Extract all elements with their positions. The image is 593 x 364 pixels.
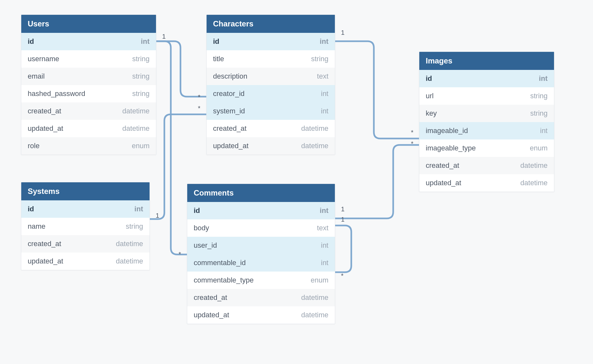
- column-type: enum: [530, 144, 548, 152]
- column-name: name: [28, 222, 45, 231]
- column-type: int: [320, 206, 328, 215]
- column-name: id: [194, 206, 200, 215]
- column-name: email: [28, 72, 45, 81]
- cardinality-label: *: [198, 105, 200, 112]
- column-type: datetime: [301, 124, 328, 133]
- column-type: int: [321, 259, 328, 267]
- column-row: imageable_type enum: [419, 139, 554, 157]
- column-type: datetime: [122, 107, 150, 115]
- column-type: datetime: [520, 161, 548, 170]
- column-row: title string: [207, 50, 335, 68]
- cardinality-label: *: [411, 140, 413, 148]
- column-name: created_at: [426, 161, 459, 170]
- column-row: role enum: [21, 137, 156, 155]
- column-row: url string: [419, 87, 554, 105]
- table-header: Users: [21, 15, 156, 33]
- column-row: created_at datetime: [21, 102, 156, 120]
- column-row: updated_at datetime: [419, 174, 554, 192]
- column-row: hashed_password string: [21, 85, 156, 102]
- column-type: text: [317, 72, 328, 81]
- column-row: creator_id int: [207, 85, 335, 102]
- table-characters[interactable]: Characters id int title string descripti…: [206, 14, 335, 155]
- column-row: created_at datetime: [187, 289, 335, 306]
- column-row: id int: [419, 70, 554, 87]
- column-row: commentable_type enum: [187, 272, 335, 289]
- column-type: enum: [132, 142, 150, 150]
- column-row: email string: [21, 68, 156, 85]
- column-type: int: [321, 90, 328, 98]
- column-row: imageable_id int: [419, 122, 554, 139]
- column-name: body: [194, 224, 209, 232]
- column-type: string: [530, 92, 548, 100]
- table-header: Images: [419, 52, 554, 70]
- column-name: id: [213, 37, 219, 46]
- column-row: key string: [419, 105, 554, 122]
- column-type: datetime: [301, 142, 328, 150]
- column-type: int: [321, 241, 328, 250]
- column-row: updated_at datetime: [207, 137, 335, 155]
- column-name: description: [213, 72, 247, 81]
- column-name: imageable_id: [426, 127, 468, 135]
- table-comments[interactable]: Comments id int body text user_id int co…: [187, 184, 335, 324]
- column-row: created_at datetime: [21, 235, 150, 253]
- cardinality-label: 1: [341, 29, 345, 36]
- cardinality-label: 1: [162, 33, 166, 40]
- column-type: int: [141, 37, 150, 46]
- table-header: Comments: [187, 184, 335, 202]
- column-name: imageable_type: [426, 144, 476, 152]
- column-type: datetime: [116, 240, 143, 248]
- column-name: updated_at: [28, 124, 63, 133]
- column-name: commentable_type: [194, 276, 254, 284]
- column-name: user_id: [194, 241, 217, 250]
- cardinality-label: *: [179, 251, 181, 258]
- cardinality-label: *: [198, 93, 200, 101]
- column-name: id: [426, 74, 432, 83]
- column-name: updated_at: [28, 257, 63, 265]
- column-type: string: [126, 222, 143, 231]
- column-type: enum: [311, 276, 328, 284]
- column-type: datetime: [301, 293, 328, 302]
- column-name: created_at: [213, 124, 247, 133]
- column-type: string: [132, 90, 150, 98]
- erd-canvas: Users id int username string email strin…: [0, 0, 593, 364]
- column-type: datetime: [520, 179, 548, 187]
- column-name: role: [28, 142, 40, 150]
- column-row: user_id int: [187, 237, 335, 254]
- table-header: Systems: [21, 182, 150, 200]
- column-row: body text: [187, 219, 335, 237]
- column-name: updated_at: [426, 179, 461, 187]
- column-type: text: [317, 224, 328, 232]
- table-users[interactable]: Users id int username string email strin…: [21, 14, 156, 155]
- column-type: string: [132, 72, 150, 81]
- cardinality-label: 1: [341, 206, 345, 213]
- column-row: updated_at datetime: [21, 120, 156, 137]
- column-type: string: [132, 55, 150, 63]
- column-type: datetime: [301, 311, 328, 319]
- column-name: updated_at: [194, 311, 229, 319]
- column-row: system_id int: [207, 102, 335, 120]
- table-systems[interactable]: Systems id int name string created_at da…: [21, 182, 150, 270]
- table-images[interactable]: Images id int url string key string imag…: [419, 52, 554, 192]
- column-name: id: [28, 205, 34, 213]
- column-type: string: [530, 109, 548, 118]
- column-name: updated_at: [213, 142, 248, 150]
- column-row: commentable_id int: [187, 254, 335, 272]
- column-name: hashed_password: [28, 90, 85, 98]
- column-row: description text: [207, 68, 335, 85]
- column-name: key: [426, 109, 437, 118]
- column-row: id int: [21, 33, 156, 50]
- column-row: id int: [207, 33, 335, 50]
- column-type: string: [311, 55, 328, 63]
- cardinality-label: 1: [156, 212, 159, 219]
- column-type: datetime: [116, 257, 143, 265]
- cardinality-label: *: [411, 129, 413, 136]
- column-row: id int: [21, 200, 150, 218]
- column-name: created_at: [28, 240, 61, 248]
- table-header: Characters: [207, 15, 335, 33]
- column-row: created_at datetime: [419, 157, 554, 174]
- column-name: creator_id: [213, 90, 245, 98]
- column-name: created_at: [28, 107, 61, 115]
- column-row: updated_at datetime: [21, 253, 150, 270]
- column-name: title: [213, 55, 224, 63]
- column-name: url: [426, 92, 433, 100]
